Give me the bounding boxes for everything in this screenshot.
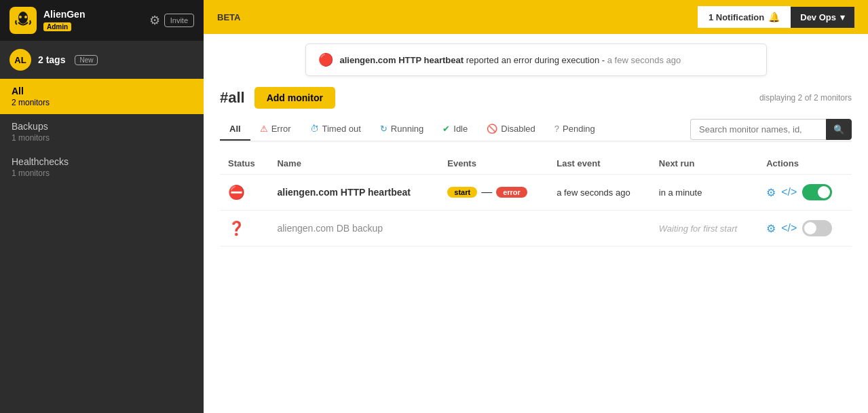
col-actions: Actions [758, 153, 852, 175]
alert-error-icon: 🔴 [318, 52, 333, 67]
timeout-icon: ⏱ [310, 124, 319, 134]
last-event-1: a few seconds ago [556, 187, 630, 198]
nav-label-backups: Backups [12, 121, 194, 132]
sidebar-tags: AL 2 tags New [0, 41, 204, 79]
col-last-event: Last event [548, 153, 651, 175]
content-header-left: #all Add monitor [220, 87, 335, 109]
settings-button[interactable]: ⚙ [149, 13, 160, 28]
filter-disabled-label: Disabled [501, 124, 535, 134]
sidebar-header: AlienGen Admin ⚙ Invite [0, 0, 204, 41]
running-icon: ↻ [380, 124, 388, 134]
avatar: AL [10, 49, 31, 71]
code-icon-1[interactable]: </> [781, 186, 797, 198]
sidebar-nav: All 2 monitors Backups 1 monitors Health… [0, 79, 204, 413]
filter-error[interactable]: ⚠ Error [250, 118, 301, 141]
toggle-disabled-2[interactable] [802, 220, 832, 236]
sidebar-item-backups[interactable]: Backups 1 monitors [0, 114, 204, 149]
notification-label: 1 Notification [709, 12, 764, 22]
alert-text: aliengen.com HTTP heartbeat reported an … [340, 55, 681, 65]
content-area: #all Add monitor displaying 2 of 2 monit… [204, 84, 868, 413]
col-status: Status [220, 153, 269, 175]
svg-point-2 [24, 16, 27, 18]
nav-count-all: 2 monitors [12, 98, 194, 107]
tags-label: 2 tags [38, 54, 65, 65]
search-input[interactable] [690, 119, 826, 140]
event-start-badge: start [447, 187, 477, 198]
add-monitor-button[interactable]: Add monitor [254, 87, 335, 109]
next-run-1: in a minute [659, 187, 702, 198]
brand-info: AlienGen Admin [43, 9, 143, 32]
sidebar: AlienGen Admin ⚙ Invite AL 2 tags New Al… [0, 0, 204, 413]
col-events: Events [439, 153, 548, 175]
table-row: ⛔ aliengen.com HTTP heartbeat start — er… [220, 175, 852, 211]
pending-icon: ? [554, 124, 559, 134]
filter-pending-label: Pending [563, 124, 595, 134]
status-pending-icon: ❓ [228, 221, 245, 236]
filter-timedout-label: Timed out [322, 124, 361, 134]
search-button[interactable]: 🔍 [826, 119, 852, 140]
alert-banner: 🔴 aliengen.com HTTP heartbeat reported a… [305, 43, 767, 76]
settings-icon-2[interactable]: ⚙ [766, 222, 776, 235]
col-next-run: Next run [651, 153, 758, 175]
filter-error-label: Error [271, 124, 291, 134]
filter-idle[interactable]: ✔ Idle [433, 118, 477, 141]
events-flow-1: start — error [447, 186, 540, 198]
nav-count-healthchecks: 1 monitors [12, 168, 194, 178]
search-container: 🔍 [690, 119, 852, 140]
next-run-2: Waiting for first start [659, 223, 737, 234]
code-icon-2[interactable]: </> [781, 222, 797, 234]
notification-button[interactable]: 1 Notification 🔔 [698, 6, 791, 28]
disabled-icon: 🚫 [487, 124, 497, 134]
devops-button[interactable]: Dev Ops ▾ [791, 7, 854, 28]
main-content: BETA 1 Notification 🔔 Dev Ops ▾ 🔴 alieng… [204, 0, 868, 413]
svg-point-1 [19, 16, 22, 18]
content-header: #all Add monitor displaying 2 of 2 monit… [220, 84, 852, 109]
settings-icon-1[interactable]: ⚙ [766, 186, 776, 199]
filter-timedout[interactable]: ⏱ Timed out [301, 118, 371, 141]
monitors-table: Status Name Events Last event Next run A… [220, 153, 852, 247]
topbar: BETA 1 Notification 🔔 Dev Ops ▾ [204, 0, 868, 34]
brand-role: Admin [43, 22, 71, 31]
brand-name: AlienGen [43, 9, 143, 20]
error-icon: ⚠ [260, 124, 268, 134]
filter-running[interactable]: ↻ Running [371, 118, 433, 141]
nav-label-all: All [12, 86, 194, 96]
toggle-enabled-1[interactable] [802, 184, 832, 200]
table-row: ❓ aliengen.com DB backup Waiting for fir… [220, 211, 852, 247]
alert-monitor-name: aliengen.com HTTP heartbeat [340, 55, 464, 65]
logo [10, 7, 37, 34]
section-title: #all [220, 89, 245, 107]
new-badge: New [75, 55, 98, 65]
filter-idle-label: Idle [453, 124, 468, 134]
idle-icon: ✔ [442, 124, 450, 134]
actions-2: ⚙ </> [766, 220, 844, 236]
status-error-icon: ⛔ [228, 185, 245, 200]
filter-all[interactable]: All [220, 118, 250, 141]
filter-disabled[interactable]: 🚫 Disabled [477, 118, 545, 141]
beta-label: BETA [217, 12, 240, 22]
event-error-badge: error [496, 187, 527, 198]
invite-button[interactable]: Invite [164, 14, 194, 27]
monitor-name-1: aliengen.com HTTP heartbeat [277, 187, 411, 198]
alert-time: a few seconds ago [607, 55, 681, 65]
bell-icon: 🔔 [768, 12, 780, 22]
actions-1: ⚙ </> [766, 184, 844, 200]
header-actions: ⚙ Invite [149, 13, 194, 28]
filter-pending[interactable]: ? Pending [545, 118, 605, 141]
chevron-down-icon: ▾ [840, 12, 845, 22]
sidebar-item-healthchecks[interactable]: Healthchecks 1 monitors [0, 149, 204, 185]
col-name: Name [269, 153, 439, 175]
filter-bar: All ⚠ Error ⏱ Timed out ↻ Running ✔ Idle… [220, 118, 852, 142]
topbar-right: 1 Notification 🔔 Dev Ops ▾ [698, 6, 854, 28]
filter-all-label: All [229, 124, 241, 134]
filter-running-label: Running [391, 124, 423, 134]
monitor-name-2: aliengen.com DB backup [277, 223, 383, 234]
nav-label-healthchecks: Healthchecks [12, 156, 194, 167]
sidebar-item-all[interactable]: All 2 monitors [0, 79, 204, 114]
event-arrow: — [481, 186, 492, 198]
alert-message: reported an error during execution - [466, 55, 607, 65]
devops-label: Dev Ops [800, 12, 836, 22]
displaying-count: displaying 2 of 2 monitors [759, 93, 852, 103]
nav-count-backups: 1 monitors [12, 133, 194, 143]
